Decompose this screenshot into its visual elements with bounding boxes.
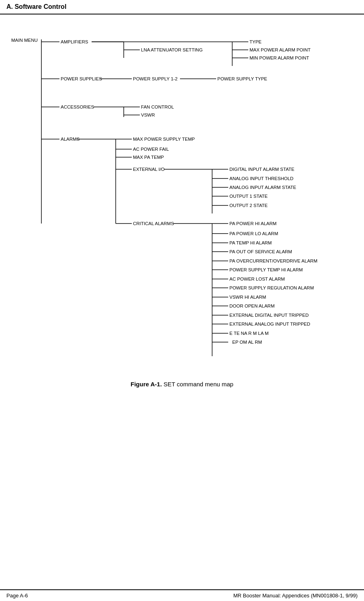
external-digital-label: EXTERNAL DIGITAL INPUT TRIPPED [229, 313, 309, 318]
fan-control-label: FAN CONTROL [141, 105, 174, 109]
page-header: A. Software Control [0, 0, 364, 14]
main-content: MAIN MENU AMPLIFIERS LNA ATTENUATOR SETT… [0, 14, 364, 589]
footer-left: Page A-6 [6, 593, 28, 599]
output-1-state-label: OUTPUT 1 STATE [229, 194, 268, 199]
ac-power-lost-label: AC POWER LOST ALARM [229, 277, 285, 281]
digital-input-alarm-label: DIGITAL INPUT ALARM STATE [229, 167, 294, 172]
type-label: TYPE [249, 39, 262, 44]
pa-power-lo-label: PA POWER LO ALARM [229, 231, 278, 236]
power-supply-temp-hi-label: POWER SUPPLY TEMP HI ALARM [229, 267, 303, 272]
min-power-alarm-label: MIN POWER ALARM POINT [249, 55, 309, 60]
analog-input-alarm-label: ANALOG INPUT ALARM STATE [229, 185, 296, 190]
ac-power-fail-label: AC POWER FAIL [133, 147, 169, 152]
power-supply-12-label: POWER SUPPLY 1-2 [133, 76, 178, 81]
amplifiers-label: AMPLIFIERS [61, 39, 88, 44]
vswr-label: VSWR [141, 113, 155, 117]
power-supplies-label: POWER SUPPLIES [61, 76, 102, 81]
page-container: A. Software Control MAIN MENU AMPLIFIERS… [0, 0, 364, 601]
max-power-supply-temp-label: MAX POWER SUPPLY TEMP [133, 137, 195, 142]
max-pa-temp-label: MAX PA TEMP [133, 155, 164, 160]
footer-right: MR Booster Manual: Appendices (MN001808-… [233, 593, 358, 599]
diagram-area: MAIN MENU AMPLIFIERS LNA ATTENUATOR SETT… [6, 27, 358, 373]
figure-caption: Figure A-1. SET command menu map [131, 381, 233, 388]
page-title: A. Software Control [6, 3, 66, 10]
figure-caption-bold: Figure A-1. [131, 381, 162, 388]
analog-input-threshold-label: ANALOG INPUT THRESHOLD [229, 176, 293, 181]
max-power-alarm-label: MAX POWER ALARM POINT [249, 47, 311, 52]
critical-alarms-label: CRITICAL ALARMS [133, 221, 174, 226]
ep-thermal-alarm-label: EP OM AL RM [232, 340, 262, 345]
power-supply-type-label: POWER SUPPLY TYPE [217, 76, 267, 81]
pa-overcurrent-label: PA OVERCURRENT/OVERDRIVE ALARM [229, 258, 317, 263]
lna-attenuator-label: LNA ATTENUATOR SETTING [141, 47, 202, 52]
e-temp-alarm-label: E TE NA R M LA M [229, 331, 269, 336]
accessories-label: ACCESSORIES [61, 105, 94, 109]
external-io-label: EXTERNAL I/O [133, 167, 165, 172]
pa-temp-hi-label: PA TEMP HI ALARM [229, 240, 272, 245]
external-analog-label: EXTERNAL ANALOG INPUT TRIPPED [229, 322, 310, 326]
pa-out-of-service-label: PA OUT OF SERVICE ALARM [229, 249, 292, 254]
output-2-state-label: OUTPUT 2 STATE [229, 203, 268, 208]
diagram-svg: MAIN MENU AMPLIFIERS LNA ATTENUATOR SETT… [6, 27, 358, 372]
door-open-label: DOOR OPEN ALARM [229, 304, 274, 308]
power-supply-regulation-label: POWER SUPPLY REGULATION ALARM [229, 285, 314, 290]
figure-caption-text: SET command menu map [162, 381, 233, 388]
vswr-hi-label: VSWR HI ALARM [229, 295, 266, 299]
page-footer: Page A-6 MR Booster Manual: Appendices (… [0, 589, 364, 601]
pa-power-hi-label: PA POWER HI ALARM [229, 221, 276, 226]
main-menu-label: MAIN MENU [11, 38, 38, 43]
